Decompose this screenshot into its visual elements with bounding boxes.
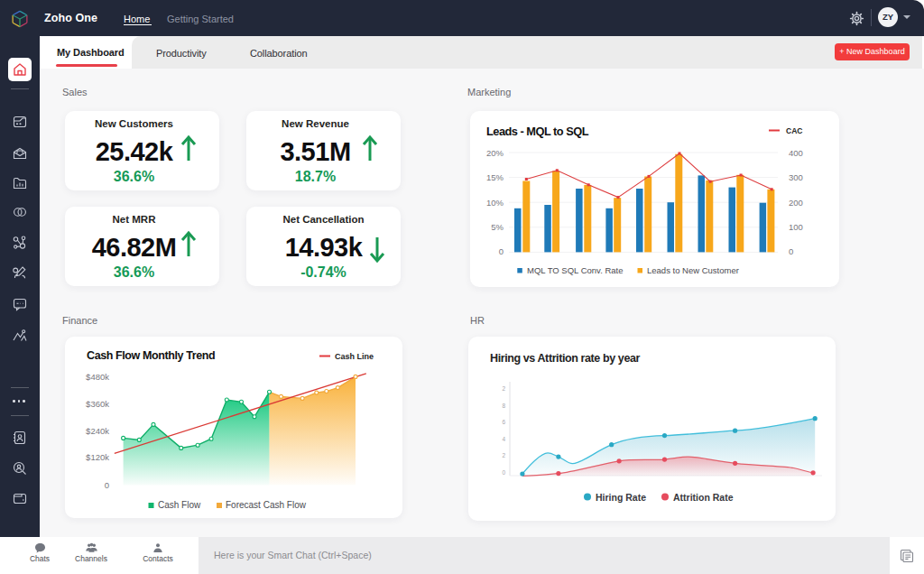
svg-text:0: 0 — [499, 246, 504, 256]
svg-text:15%: 15% — [486, 172, 504, 182]
svg-text:0: 0 — [789, 246, 793, 256]
svg-text:Cash Line: Cash Line — [335, 352, 374, 361]
svg-text:Cash Flow: Cash Flow — [158, 500, 201, 510]
svg-text:100: 100 — [789, 222, 803, 232]
svg-text:0: 0 — [502, 469, 505, 476]
svg-text:$120k: $120k — [86, 452, 109, 462]
svg-text:5%: 5% — [491, 222, 504, 232]
svg-text:Leads to New Customer: Leads to New Customer — [647, 265, 739, 275]
svg-text:400: 400 — [789, 148, 803, 158]
svg-text:0: 0 — [105, 480, 109, 490]
svg-text:Cash Flow Monthly Trend: Cash Flow Monthly Trend — [87, 349, 215, 362]
svg-text:Leads - MQL to SQL: Leads - MQL to SQL — [486, 125, 589, 138]
svg-text:10%: 10% — [486, 198, 504, 208]
svg-text:6: 6 — [502, 419, 505, 425]
svg-text:Hiring Rate: Hiring Rate — [596, 492, 646, 503]
svg-text:4: 4 — [502, 436, 505, 442]
svg-text:300: 300 — [789, 172, 803, 182]
svg-text:2: 2 — [502, 385, 505, 392]
svg-text:Forecast Cash Flow: Forecast Cash Flow — [226, 500, 307, 510]
svg-text:$360k: $360k — [86, 399, 109, 409]
svg-text:20%: 20% — [486, 148, 504, 158]
svg-text:Attrition Rate: Attrition Rate — [673, 492, 734, 503]
svg-text:MQL TO SQL Conv. Rate: MQL TO SQL Conv. Rate — [527, 265, 623, 275]
svg-text:$480k: $480k — [86, 372, 109, 382]
svg-text:8: 8 — [502, 403, 505, 409]
svg-text:2: 2 — [502, 452, 505, 458]
svg-text:$240k: $240k — [86, 426, 109, 436]
svg-text:CAC: CAC — [786, 126, 802, 135]
svg-text:Hiring vs Attrition rate by ye: Hiring vs Attrition rate by year — [490, 352, 640, 365]
svg-text:200: 200 — [789, 198, 803, 208]
